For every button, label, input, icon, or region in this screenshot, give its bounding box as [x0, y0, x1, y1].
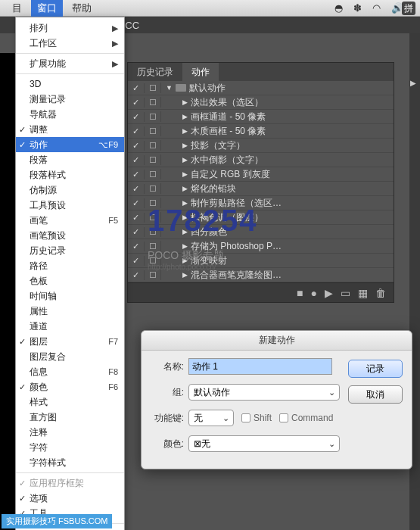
play-icon[interactable]: ▶ — [325, 287, 333, 299]
menu-item-27[interactable]: 直方图 — [16, 410, 124, 425]
action-row[interactable]: ✓▶水中倒影（文字） — [128, 153, 394, 167]
panel-footer: ■ ● ▶ ▭ ▦ 🗑 — [128, 282, 394, 302]
menu-item-1[interactable]: 工作区▶ — [16, 36, 124, 51]
menu-item-8[interactable]: ✓调整 — [16, 122, 124, 137]
menu-item-29[interactable]: 字符 — [16, 440, 124, 455]
menu-item-7[interactable]: 导航器 — [16, 107, 124, 122]
menu-item-26[interactable]: 样式 — [16, 394, 124, 410]
action-row[interactable]: ✓▶木质画框 - 50 像素 — [128, 124, 394, 139]
menu-item-16[interactable]: 历史记录 — [16, 243, 124, 258]
menu-item-14[interactable]: 画笔F5 — [16, 213, 124, 228]
menu-item-0[interactable]: 排列▶ — [16, 20, 124, 36]
folder-icon[interactable]: ▭ — [341, 287, 350, 299]
cancel-button[interactable]: 取消 — [348, 385, 403, 404]
menu-item-18[interactable]: 色板 — [16, 273, 124, 288]
menu-item-13[interactable]: 工具预设 — [16, 198, 124, 213]
menu-item-25[interactable]: ✓颜色F6 — [16, 379, 124, 394]
bluetooth-icon[interactable]: ✽ — [353, 2, 362, 14]
menu-item-28[interactable]: 注释 — [16, 425, 124, 440]
tab-actions[interactable]: 动作 — [182, 63, 219, 81]
menu-item-10[interactable]: 段落 — [16, 152, 124, 167]
menu-item-20[interactable]: 属性 — [16, 304, 124, 319]
tab-history[interactable]: 历史记录 — [128, 63, 182, 81]
action-row[interactable]: ✓▼默认动作 — [128, 81, 394, 95]
name-input[interactable] — [188, 358, 332, 375]
name-label: 名称: — [151, 360, 188, 373]
menu-item-33[interactable]: ✓选项 — [16, 491, 124, 506]
new-action-dialog: 新建动作 记录 取消 名称: 组: 默认动作 功能键: 无 Shift Comm… — [141, 330, 412, 469]
menu-item-21[interactable]: 通道 — [16, 319, 124, 334]
menubar: 目 窗口 帮助 ◓ ✽ ◠ 🔊 — [0, 0, 420, 17]
trash-icon[interactable]: 🗑 — [375, 287, 386, 299]
window-menu-dropdown: 排列▶工作区▶扩展功能▶3D测量记录导航器✓调整✓动作⌥F9段落段落样式仿制源工… — [15, 17, 125, 530]
menu-item-32[interactable]: ✓应用程序框架 — [16, 475, 124, 491]
menu-item-17[interactable]: 路径 — [16, 258, 124, 273]
menu-item-30[interactable]: 字符样式 — [16, 455, 124, 470]
input-method-indicator[interactable]: 拼 — [402, 2, 415, 15]
fkey-label: 功能键: — [151, 412, 188, 425]
watermark-brand: POCO 摄影专题 http://photo.poco.cn/ — [148, 249, 224, 271]
menu-item-24[interactable]: 信息F8 — [16, 364, 124, 379]
new-icon[interactable]: ▦ — [358, 287, 368, 299]
action-row[interactable]: ✓▶画框通道 - 50 像素 — [128, 110, 394, 124]
menu-item-22[interactable]: ✓图层F7 — [16, 334, 124, 349]
group-label: 组: — [151, 386, 188, 399]
menu-item-19[interactable]: 时间轴 — [16, 288, 124, 304]
menu-item-6[interactable]: 测量记录 — [16, 92, 124, 107]
menu-item-3[interactable]: 扩展功能▶ — [16, 56, 124, 71]
group-select[interactable]: 默认动作 — [188, 384, 340, 401]
menu-item-5[interactable]: 3D — [16, 76, 124, 92]
stop-icon[interactable]: ■ — [297, 287, 303, 299]
shift-checkbox[interactable]: Shift — [241, 413, 272, 423]
fkey-select[interactable]: 无 — [188, 410, 234, 426]
footer-watermark: 实用摄影技巧 FSBUS.COM — [2, 514, 112, 528]
menu-item-0[interactable]: 目 — [6, 0, 28, 17]
command-checkbox[interactable]: Command — [279, 413, 333, 423]
menu-item-23[interactable]: 图层复合 — [16, 349, 124, 364]
watermark-number: 178254 — [148, 204, 257, 238]
record-icon[interactable]: ● — [311, 287, 317, 299]
color-select[interactable]: ⊠ 无 — [188, 435, 340, 452]
dialog-title: 新建动作 — [142, 331, 412, 351]
action-row[interactable]: ✓▶淡出效果（选区） — [128, 95, 394, 110]
action-row[interactable]: ✓▶熔化的铅块 — [128, 182, 394, 196]
menu-item-15[interactable]: 画笔预设 — [16, 228, 124, 243]
record-button[interactable]: 记录 — [348, 360, 403, 378]
menu-item-window[interactable]: 窗口 — [31, 0, 63, 17]
qq-icon[interactable]: ◓ — [334, 2, 343, 14]
menu-item-help[interactable]: 帮助 — [66, 0, 98, 17]
menu-item-11[interactable]: 段落样式 — [16, 167, 124, 182]
play-button-icon[interactable]: ▶ — [410, 79, 419, 88]
action-row[interactable]: ✓▶投影（文字） — [128, 139, 394, 153]
action-row[interactable]: ✓▶自定义 RGB 到灰度 — [128, 167, 394, 182]
menu-item-9[interactable]: ✓动作⌥F9 — [16, 137, 124, 152]
color-label: 颜色: — [151, 438, 188, 450]
panel-tabs: 历史记录 动作 — [128, 63, 394, 81]
wifi-icon[interactable]: ◠ — [372, 2, 381, 14]
menu-item-12[interactable]: 仿制源 — [16, 182, 124, 198]
